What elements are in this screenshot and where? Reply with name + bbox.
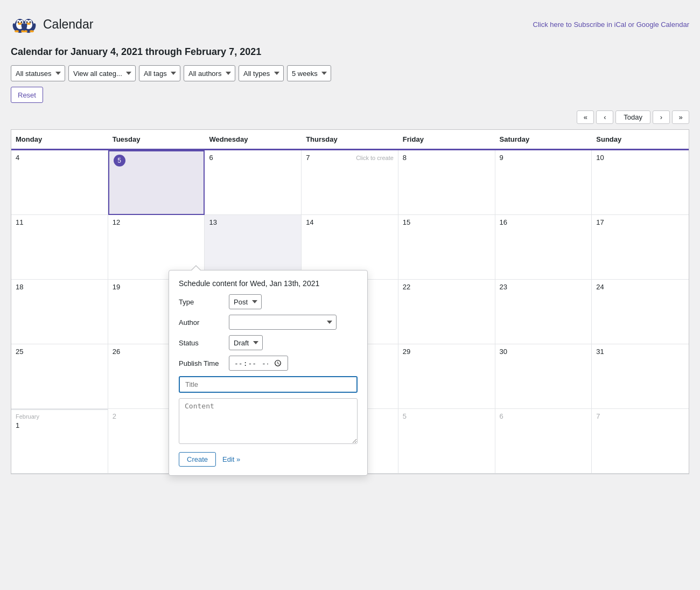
day-number: 6 — [500, 412, 503, 420]
day-number: 9 — [500, 154, 503, 162]
day-number: 13 — [209, 218, 216, 226]
day-number: 22 — [403, 283, 410, 291]
nav-today-button[interactable]: Today — [615, 110, 650, 124]
day-number: 23 — [500, 283, 507, 291]
calendar-nav: « ‹ Today › » — [11, 110, 689, 124]
day-number: 5 — [403, 412, 407, 420]
app-title: Calendar — [43, 17, 93, 32]
popup-type-label: Type — [179, 298, 225, 306]
table-row[interactable]: 15 — [398, 215, 495, 280]
table-row[interactable]: 10 — [592, 150, 689, 215]
table-row[interactable]: February 1 — [11, 409, 108, 474]
authors-filter[interactable]: All authors — [184, 65, 235, 81]
table-row[interactable]: 31 — [592, 344, 689, 409]
table-row[interactable]: 5 — [398, 409, 495, 474]
day-number: 25 — [16, 348, 23, 356]
svg-point-11 — [30, 22, 31, 23]
popup-type-select[interactable]: Post — [229, 294, 262, 309]
day-number: 4 — [16, 154, 19, 162]
popup-author-select[interactable] — [229, 315, 337, 330]
popup-status-label: Status — [179, 339, 225, 347]
table-row[interactable]: 25 — [11, 344, 108, 409]
popup-footer: Create Edit » — [179, 452, 358, 467]
day-number: 30 — [500, 348, 507, 356]
day-number: 15 — [403, 218, 410, 226]
nav-first-button[interactable]: « — [577, 110, 594, 124]
day-number: 16 — [500, 218, 507, 226]
table-row[interactable]: 6 — [495, 409, 592, 474]
schedule-popup: Schedule content for Wed, Jan 13th, 2021… — [169, 270, 368, 476]
table-row[interactable]: 6 — [205, 150, 302, 215]
table-row[interactable]: 16 — [495, 215, 592, 280]
day-number: 29 — [403, 348, 410, 356]
calendar-header: Monday Tuesday Wednesday Thursday Friday… — [11, 130, 689, 150]
click-to-create-label: Click to create — [356, 155, 394, 161]
popup-author-row: Author — [179, 315, 358, 330]
day-number: 17 — [596, 218, 604, 226]
table-row[interactable]: 23 — [495, 280, 592, 344]
day-number: 7 — [596, 412, 600, 420]
header-sunday: Sunday — [592, 130, 689, 149]
day-number: 5 — [114, 155, 125, 166]
edit-link[interactable]: Edit » — [222, 455, 240, 463]
day-number: 2 — [113, 412, 116, 420]
nav-next-button[interactable]: › — [653, 110, 670, 124]
popup-status-select[interactable]: Draft — [229, 335, 263, 350]
logo-icon — [11, 11, 38, 38]
header-tuesday: Tuesday — [108, 130, 205, 149]
table-row[interactable]: 4 — [11, 150, 108, 215]
day-number: 6 — [209, 154, 213, 162]
table-row[interactable]: 18 — [11, 280, 108, 344]
table-row[interactable]: 5 — [108, 150, 205, 215]
categories-filter[interactable]: View all categ... — [68, 65, 136, 81]
page-header: Calendar Click here to Subscribe in iCal… — [11, 11, 689, 38]
statuses-filter[interactable]: All statuses — [11, 65, 65, 81]
day-number: 19 — [113, 283, 120, 291]
subscribe-link[interactable]: Click here to Subscribe in iCal or Googl… — [533, 20, 689, 29]
svg-point-8 — [18, 22, 19, 23]
table-row[interactable]: 22 — [398, 280, 495, 344]
create-button[interactable]: Create — [179, 452, 216, 467]
calendar-grid-wrapper: 4 5 6 7 Click to create 8 9 — [11, 150, 689, 474]
reset-button[interactable]: Reset — [11, 87, 43, 103]
day-number: 11 — [16, 218, 23, 226]
types-filter[interactable]: All types — [239, 65, 284, 81]
table-row[interactable]: 29 — [398, 344, 495, 409]
header-wednesday: Wednesday — [205, 130, 302, 149]
popup-time-label: Publish Time — [179, 359, 225, 367]
day-number: 24 — [596, 283, 604, 291]
day-number: 8 — [403, 154, 407, 162]
day-number: 1 — [16, 421, 19, 429]
header-thursday: Thursday — [302, 130, 398, 149]
table-row[interactable]: 7 Click to create — [302, 150, 398, 215]
table-row[interactable]: 8 — [398, 150, 495, 215]
day-number: 12 — [113, 218, 120, 226]
popup-arrow-inner — [191, 266, 201, 272]
tags-filter[interactable]: All tags — [139, 65, 180, 81]
month-label: February — [16, 413, 103, 420]
table-row[interactable]: 24 — [592, 280, 689, 344]
table-row[interactable]: 9 — [495, 150, 592, 215]
day-number: 31 — [596, 348, 604, 356]
popup-title: Schedule content for Wed, Jan 13th, 2021 — [179, 279, 358, 288]
calendar: Monday Tuesday Wednesday Thursday Friday… — [11, 129, 689, 474]
table-row[interactable]: 17 — [592, 215, 689, 280]
day-number: 18 — [16, 283, 23, 291]
svg-point-10 — [26, 22, 28, 23]
weeks-filter[interactable]: 5 weeks — [287, 65, 331, 81]
svg-point-9 — [21, 22, 23, 23]
header-monday: Monday — [11, 130, 108, 149]
nav-prev-button[interactable]: ‹ — [596, 110, 613, 124]
popup-content-textarea[interactable] — [179, 398, 358, 444]
popup-title-input[interactable] — [179, 376, 358, 393]
popup-type-row: Type Post — [179, 294, 358, 309]
popup-status-row: Status Draft — [179, 335, 358, 350]
day-number: 7 — [306, 154, 310, 162]
nav-last-button[interactable]: » — [672, 110, 689, 124]
header-friday: Friday — [398, 130, 495, 149]
table-row[interactable]: 11 — [11, 215, 108, 280]
header-left: Calendar — [11, 11, 93, 38]
table-row[interactable]: 30 — [495, 344, 592, 409]
popup-time-input[interactable] — [229, 356, 288, 371]
table-row[interactable]: 7 — [592, 409, 689, 474]
